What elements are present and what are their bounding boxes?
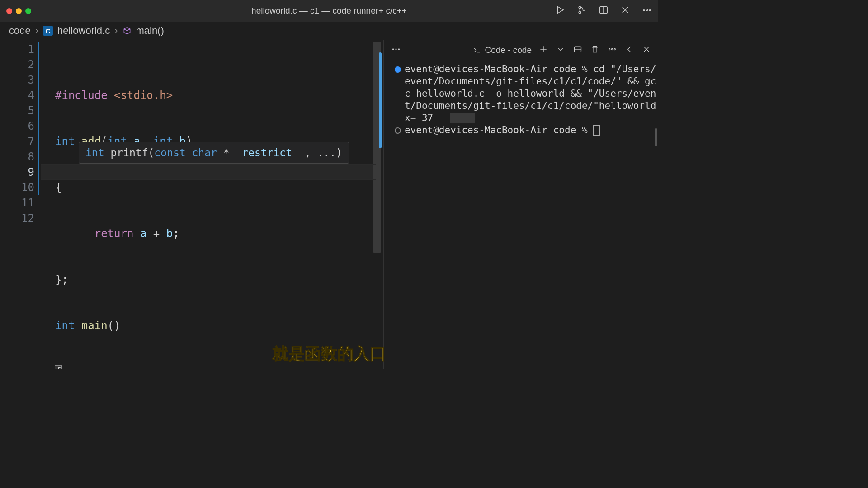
traffic-lights [6, 8, 31, 14]
terminal-pane: T Code - code event@devices-MacB [383, 40, 658, 369]
terminal-dropdown-icon[interactable] [556, 45, 565, 56]
editor-pane[interactable]: 123456789101112 #include <stdio.h> int a… [0, 40, 383, 369]
terminal-selection [450, 113, 475, 123]
code-token: <stdio.h> [114, 89, 173, 102]
close-editor-icon[interactable] [620, 5, 630, 17]
terminal-tab-label: Code - code [485, 45, 532, 55]
svg-point-6 [649, 9, 651, 10]
terminal-back-icon[interactable] [625, 45, 634, 56]
code-token: b [166, 227, 173, 240]
code-token: main [81, 319, 108, 332]
window-titlebar: helloworld.c — c1 — code runner+ c/c++ [0, 0, 658, 22]
terminal-line: event@devices-MacBook-Air code % cd "/Us… [395, 63, 657, 112]
terminal-more-icon[interactable] [391, 44, 401, 56]
more-actions-icon[interactable] [642, 5, 652, 17]
maximize-window-button[interactable] [25, 8, 31, 14]
subtitle-caption: 就是函数的入口 [272, 343, 386, 365]
symbol-method-icon [123, 26, 132, 35]
code-token: #include [55, 89, 108, 102]
svg-point-12 [612, 49, 613, 50]
code-token: a [140, 227, 146, 240]
split-editor-icon[interactable] [599, 5, 609, 17]
code-token: ; [173, 227, 179, 240]
svg-point-9 [398, 48, 400, 50]
svg-point-4 [643, 9, 645, 10]
breadcrumb-root[interactable]: code [9, 25, 31, 37]
terminal-actions [539, 45, 651, 56]
minimize-window-button[interactable] [16, 8, 22, 14]
terminal-body[interactable]: event@devices-MacBook-Air code % cd "/Us… [384, 61, 658, 369]
svg-point-2 [583, 9, 585, 11]
source-control-icon[interactable] [577, 5, 587, 17]
close-window-button[interactable] [6, 8, 12, 14]
terminal-close-icon[interactable] [642, 45, 651, 56]
terminal-overflow-icon[interactable] [608, 45, 617, 56]
svg-point-0 [579, 6, 581, 9]
svg-point-13 [614, 49, 615, 50]
code-token: { [55, 181, 61, 194]
code-token: ; [61, 273, 68, 286]
terminal-output: x= 37 [405, 113, 433, 123]
hint-token: int [85, 145, 104, 160]
code-token: int [55, 135, 75, 148]
svg-point-7 [392, 48, 394, 50]
breadcrumb-symbol[interactable]: main() [136, 25, 164, 37]
svg-point-11 [609, 49, 610, 50]
run-icon[interactable] [555, 5, 565, 17]
breadcrumb-sep-icon: › [35, 25, 38, 37]
terminal-line: x= 37 [395, 112, 657, 124]
terminal-scrollbar[interactable] [655, 128, 657, 146]
code-token: + [153, 227, 160, 240]
vcs-change-gutter [38, 42, 39, 195]
svg-point-8 [395, 48, 396, 50]
main-area: 123456789101112 #include <stdio.h> int a… [0, 40, 658, 369]
terminal-tab[interactable]: Code - code [473, 45, 532, 55]
code-token: int [55, 319, 75, 332]
status-dot-icon [395, 66, 401, 73]
terminal-prompt: event@devices-MacBook-Air code % [405, 125, 593, 136]
code-token: } [55, 273, 61, 286]
hint-token: char [192, 145, 217, 160]
split-terminal-icon[interactable] [573, 45, 582, 56]
code-token: return [94, 227, 134, 240]
bracket-match-icon: { [55, 366, 61, 369]
terminal-header: Code - code [384, 40, 658, 61]
hint-token: * [223, 145, 230, 160]
titlebar-actions [555, 5, 652, 17]
terminal-cursor [593, 125, 600, 136]
hint-token: __restrict__ [230, 145, 305, 160]
c-file-icon: C [43, 26, 53, 36]
terminal-line: event@devices-MacBook-Air code % [395, 124, 657, 136]
new-terminal-icon[interactable] [539, 45, 548, 56]
svg-point-5 [646, 9, 647, 10]
breadcrumb[interactable]: code › C helloworld.c › main() [0, 22, 658, 40]
code-editor[interactable]: #include <stdio.h> int add(int a, int b)… [41, 40, 383, 369]
code-token: () [108, 319, 121, 332]
line-number-gutter: 123456789101112 [0, 40, 41, 369]
terminal-output: event@devices-MacBook-Air code % cd "/Us… [405, 63, 657, 112]
current-line-highlight [41, 164, 376, 180]
hint-token: printf [110, 145, 148, 160]
parameter-hint-popup: int printf(const char *__restrict__, ...… [79, 142, 349, 164]
window-title: helloworld.c — c1 — code runner+ c/c++ [251, 6, 407, 16]
hint-token: const [154, 145, 185, 160]
breadcrumb-sep-icon: › [114, 25, 118, 37]
status-dot-icon [395, 127, 401, 134]
breadcrumb-file[interactable]: helloworld.c [57, 25, 110, 37]
hint-token: ( [148, 145, 155, 160]
kill-terminal-icon[interactable] [590, 45, 599, 56]
svg-point-1 [579, 11, 581, 14]
hint-token: , ...) [305, 145, 342, 160]
